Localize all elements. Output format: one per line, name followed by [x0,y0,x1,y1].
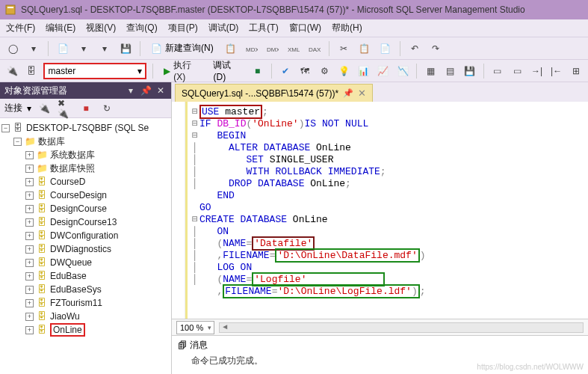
estimated-plan-icon[interactable]: 🗺 [297,63,312,79]
zoom-selector[interactable]: 100 % [176,321,214,334]
database-node[interactable]: +🗄DWConfiguration [25,229,170,242]
database-node[interactable]: +🗄DWQueue [25,256,170,269]
database-node[interactable]: +🗄CourseD [25,175,170,188]
chevron-down-icon[interactable]: ▾ [27,103,31,114]
intellisense-icon[interactable]: 💡 [336,63,351,79]
expand-icon[interactable]: + [25,245,34,254]
debug-button[interactable]: 调试(D) [208,63,245,79]
execute-button[interactable]: ▶ 执行(X) [159,63,204,79]
copy-icon[interactable]: 📋 [356,40,373,57]
save-button[interactable]: ▾ [96,40,113,57]
parse-icon[interactable]: ✔ [278,63,293,79]
new-query-button[interactable]: 📄 新建查询(N) [146,40,218,57]
query-options-icon[interactable]: ⚙ [317,63,332,79]
menu-tools[interactable]: 工具(T) [249,22,278,34]
collapse-icon[interactable]: − [13,138,22,146]
expand-icon[interactable]: + [25,259,34,267]
pin-icon[interactable]: 📌 [140,85,152,96]
sys-databases-folder[interactable]: + 📁 系统数据库 [25,148,170,162]
menu-query[interactable]: 查询(Q) [126,22,157,34]
mdx-icon[interactable]: MDX [244,40,260,57]
undo-icon[interactable]: ↶ [406,40,423,57]
tab-sqlquery1[interactable]: SQLQuery1.sql -...SQBBF\15474 (57))* 📌 ✕ [175,84,373,102]
expand-icon[interactable]: + [25,313,34,321]
close-icon[interactable]: ✕ [155,85,167,96]
menu-window[interactable]: 窗口(W) [289,22,321,34]
db-engine-query-icon[interactable]: 📋 [223,40,239,57]
new-project-button[interactable]: 📄 [55,40,71,57]
menu-help[interactable]: 帮助(H) [332,22,362,34]
database-icon: 🗄 [36,257,48,268]
results-grid-icon[interactable]: ▦ [423,63,438,79]
database-node[interactable]: +🗄DesignCourse13 [25,215,170,229]
pin-icon[interactable]: 📌 [343,88,353,98]
separator [416,64,417,79]
expand-icon[interactable]: + [25,218,34,227]
live-stats-icon[interactable]: 📈 [376,63,391,79]
object-tree[interactable]: − 🗄 DESKTOP-L7SQBBF (SQL Se − 📁 数据库 + 📁 … [0,118,171,374]
server-node[interactable]: − 🗄 DESKTOP-L7SQBBF (SQL Se [1,121,170,135]
dax-icon[interactable]: DAX [306,40,323,57]
sql-editor[interactable]: ⊟USE master; ⊟IF DB_ID('OnLine')IS NOT N… [185,102,588,319]
comment-icon[interactable]: ▭ [490,63,505,79]
redo-icon[interactable]: ↷ [427,40,444,57]
databases-folder[interactable]: − 📁 数据库 [13,135,170,148]
database-node[interactable]: +🗄EduBase [25,269,170,283]
change-connection-icon[interactable]: 🔌 [4,63,19,79]
available-db-icon[interactable]: 🗄 [24,63,39,79]
snapshots-folder[interactable]: + 📁 数据库快照 [25,162,170,175]
open-button[interactable]: ▾ [75,40,92,57]
expand-icon[interactable]: + [25,165,34,173]
stop-icon[interactable]: ■ [250,63,265,79]
expand-icon[interactable]: + [25,205,34,213]
database-node[interactable]: +🗄DWDiagnostics [25,242,170,256]
database-node[interactable]: +🗄JiaoWu [25,310,170,323]
chevron-down-icon: ▾ [137,66,142,76]
results-file-icon[interactable]: 💾 [462,63,477,79]
expand-icon[interactable]: + [25,326,34,334]
expand-icon[interactable]: + [25,286,34,294]
indent-icon[interactable]: →| [529,63,544,79]
paste-icon[interactable]: 📄 [377,40,394,57]
disconnect-icon[interactable]: ✖🔌 [57,100,73,117]
database-node[interactable]: +🗄EduBaseSys [25,283,170,296]
expand-icon[interactable]: + [25,151,34,159]
dropdown-icon[interactable]: ▾ [125,85,137,96]
menu-edit[interactable]: 编辑(E) [46,22,75,34]
menu-file[interactable]: 文件(F) [6,22,35,34]
expand-icon[interactable]: + [25,191,34,200]
specify-values-icon[interactable]: ⊞ [569,63,584,79]
menu-debug[interactable]: 调试(D) [208,22,239,34]
menu-project[interactable]: 项目(P) [168,22,198,34]
refresh-icon[interactable]: ↻ [99,100,115,117]
connect-label[interactable]: 连接 [4,102,22,114]
database-node[interactable]: +🗄OnLine [25,323,170,337]
connect-icon[interactable]: 🔌 [36,100,52,117]
dmx-icon[interactable]: DMX [264,40,281,57]
expand-icon[interactable]: + [25,232,34,240]
nav-fwd-button[interactable]: ▾ [25,40,42,57]
collapse-icon[interactable]: − [1,124,10,132]
menu-view[interactable]: 视图(V) [86,22,116,34]
expand-icon[interactable]: + [25,178,34,186]
expand-icon[interactable]: + [25,272,34,280]
include-plan-icon[interactable]: 📊 [356,63,371,79]
client-stats-icon[interactable]: 📉 [395,63,410,79]
cut-icon[interactable]: ✂ [335,40,352,57]
horizontal-scrollbar[interactable] [219,322,584,333]
save-all-button[interactable]: 💾 [117,40,134,57]
database-selector[interactable]: master ▾ [43,63,146,79]
results-text-icon[interactable]: ▤ [442,63,457,79]
uncomment-icon[interactable]: ▭ [510,63,524,79]
outdent-icon[interactable]: |← [549,63,564,79]
expand-icon[interactable]: + [25,299,34,307]
messages-tab[interactable]: 🗐 消息 [178,339,582,352]
stop-icon[interactable]: ■ [78,100,94,117]
database-node[interactable]: +🗄FZTourism11 [25,296,170,310]
database-label: DesignCourse [50,203,107,214]
xmla-icon[interactable]: XML [285,40,302,57]
nav-back-button[interactable]: ◯ [4,40,21,57]
close-icon[interactable]: ✕ [358,88,366,99]
database-node[interactable]: +🗄CourseDesign [25,188,170,202]
database-node[interactable]: +🗄DesignCourse [25,202,170,215]
